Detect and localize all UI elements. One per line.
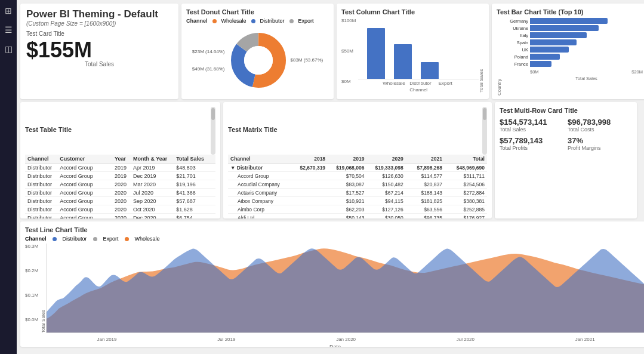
table-header: Test Table Title	[25, 107, 215, 155]
table-row: DistributorAccord Group2020Dec 2020$6,75…	[25, 214, 215, 219]
bar-fill-france	[530, 61, 551, 67]
matrix-row: Aimbo Corp$62,203$127,126$63,556$252,885	[228, 205, 487, 214]
column-chart-body: $100M $50M $0M	[341, 18, 484, 93]
dashboard: ⊞ ☰ ◫ Power BI Theming - Default (Custom…	[0, 0, 644, 354]
matrix-scrollbar[interactable]	[482, 107, 487, 155]
mcol-total: Total	[445, 155, 487, 164]
y-label-50m: $50M	[341, 48, 356, 54]
col-month-year: Month & Year	[131, 155, 174, 164]
mcol-2021: 2021	[406, 155, 445, 164]
bar-label-poland: Poland	[504, 54, 528, 60]
table-row: DistributorAccord Group2020Jul 2020$41,3…	[25, 189, 215, 197]
bar-italy: Italy	[504, 32, 643, 38]
matrix-body: ▼ Distributor $2,670,319 $19,068,006 $19…	[228, 164, 487, 219]
table-scrollbar[interactable]	[211, 107, 215, 155]
layers-icon[interactable]: ◫	[2, 43, 14, 55]
x-label-distributor: Distributor	[409, 81, 427, 86]
bar-fill-poland	[530, 54, 560, 60]
donut-chart-visual: $23M (14.64%) $49M (31.68%) $83M (53.67%…	[186, 26, 329, 94]
bar-label-france: France	[504, 61, 528, 67]
y-axis: $100M $50M $0M	[341, 18, 358, 93]
col-channel: Channel	[25, 155, 57, 164]
line-chart-body: $0.3M $0.2M $0.1M $0.0M Total Sales	[25, 244, 644, 333]
donut-label-2: $49M (31.68%)	[192, 66, 225, 72]
svg-point-3	[244, 46, 273, 75]
matrix-row: Aldi Ltd$50,143$30,050$96,735$176,927	[228, 214, 487, 219]
bar-x-0m: $0M	[530, 69, 539, 75]
bar-ukraine: Ukraine	[504, 25, 643, 31]
main-content: Power BI Theming - Default (Custom Page …	[17, 0, 644, 354]
bar-wholesale	[367, 28, 385, 79]
bar-x-20m: $20M	[631, 69, 643, 75]
metric-total-costs-label: Total Costs	[568, 127, 632, 133]
matrix-row: Actavis Company$17,527$67,214$188,143$27…	[228, 189, 487, 197]
donut-label-1: $23M (14.64%)	[192, 49, 225, 54]
total-sales-value: $155M	[26, 39, 172, 61]
line-chart-legend: Channel Distributor Export Wholesale	[25, 236, 644, 242]
line-y-00m: $0.0M	[25, 317, 38, 322]
table-row: DistributorAccord Group2020Mar 2020$19,1…	[25, 180, 215, 189]
line-chart-area: Jan 2019 Jul 2019 Jan 2020 Jul 2020 Jan …	[46, 244, 644, 333]
metric-profit-margins-value: 37%	[568, 136, 632, 145]
line-export-dot	[93, 237, 97, 241]
x-label-jul2019: Jul 2019	[217, 337, 235, 342]
channel-label: Channel	[186, 18, 208, 24]
x-axis-labels: Wholesale Distributor Export	[358, 79, 479, 87]
matrix-row: Accudial Company$83,087$150,482$20,837$2…	[228, 180, 487, 189]
x-label-wholesale: Wholesale	[383, 81, 400, 86]
bar-wholesale-fill	[367, 28, 385, 79]
line-y-02m: $0.2M	[25, 268, 38, 273]
line-export-label: Export	[103, 236, 119, 242]
test-card-label: Test Card Title	[26, 30, 172, 37]
line-y-title: Total Sales	[41, 244, 46, 333]
matrix-header: Test Matrix Title	[228, 107, 487, 155]
line-wholesale-dot	[125, 237, 129, 241]
bar-chart-x-title: Total Sales	[504, 76, 643, 81]
bar-fill-uk	[530, 47, 569, 53]
x-label-jul2020: Jul 2020	[457, 337, 474, 342]
donut-label-3: $83M (53.67%)	[291, 57, 323, 63]
metric-total-profits-value: $57,789,143	[500, 136, 564, 145]
h-bars-area: Germany Ukraine Italy Spain	[502, 18, 644, 96]
metric-total-sales-label: Total Sales	[500, 127, 564, 133]
line-channel-label: Channel	[25, 236, 47, 242]
table-row: DistributorAccord Group2019Dec 2019$21,7…	[25, 172, 215, 180]
bar-distributor	[394, 44, 412, 79]
table-title: Test Table Title	[25, 126, 72, 133]
line-chart-svg	[47, 244, 644, 333]
table-body: DistributorAccord Group2019Apr 2019$48,8…	[25, 164, 215, 219]
bar-label-spain: Spain	[504, 40, 528, 45]
matrix-table: Channel 2018 2019 2020 2021 Total ▼ Dist…	[228, 155, 487, 218]
metric-total-sales-value: $154,573,141	[500, 118, 564, 127]
export-legend-dot	[289, 19, 294, 23]
table-icon[interactable]: ☰	[2, 24, 14, 36]
table-scroll[interactable]: Channel Customer Year Month & Year Total…	[25, 155, 215, 218]
bar-fill-spain	[530, 39, 577, 45]
col-customer: Customer	[57, 155, 112, 164]
metric-total-profits-label: Total Profits	[500, 145, 564, 151]
matrix-scrollbar-thumb	[483, 108, 486, 120]
col-year: Year	[112, 155, 131, 164]
bar-label-italy: Italy	[504, 33, 528, 38]
grid-icon[interactable]: ⊞	[2, 5, 14, 17]
metric-profit-margins: 37% Profit Margins	[568, 136, 632, 151]
bar-chart-body: Country Germany Ukraine Italy	[497, 18, 644, 96]
matrix-title: Test Matrix Title	[228, 126, 278, 133]
bar-export	[421, 62, 439, 79]
y-label-100m: $100M	[341, 18, 356, 23]
x-label-jan2021: Jan 2021	[575, 337, 595, 342]
bar-label-germany: Germany	[504, 19, 528, 24]
matrix-scroll[interactable]: Channel 2018 2019 2020 2021 Total ▼ Dist…	[228, 155, 487, 218]
line-distributor-label: Distributor	[63, 236, 87, 242]
donut-chart-card: Test Donut Chart Title Channel Wholesale…	[181, 4, 334, 99]
app-title: Power BI Theming - Default	[26, 8, 172, 20]
bar-distributor-fill	[394, 44, 412, 79]
x-label-export: Export	[436, 81, 454, 86]
bar-chart-card: Test Bar Chart Title (Top 10) Country Ge…	[492, 4, 644, 99]
col-total-sales: Total Sales	[174, 155, 215, 164]
bar-chart-y-title: Country	[497, 18, 502, 96]
bar-label-ukraine: Ukraine	[504, 26, 528, 31]
donut-legend: Channel Wholesale Distributor Export	[186, 18, 329, 24]
bar-poland: Poland	[504, 54, 643, 60]
sidebar: ⊞ ☰ ◫	[0, 0, 17, 354]
